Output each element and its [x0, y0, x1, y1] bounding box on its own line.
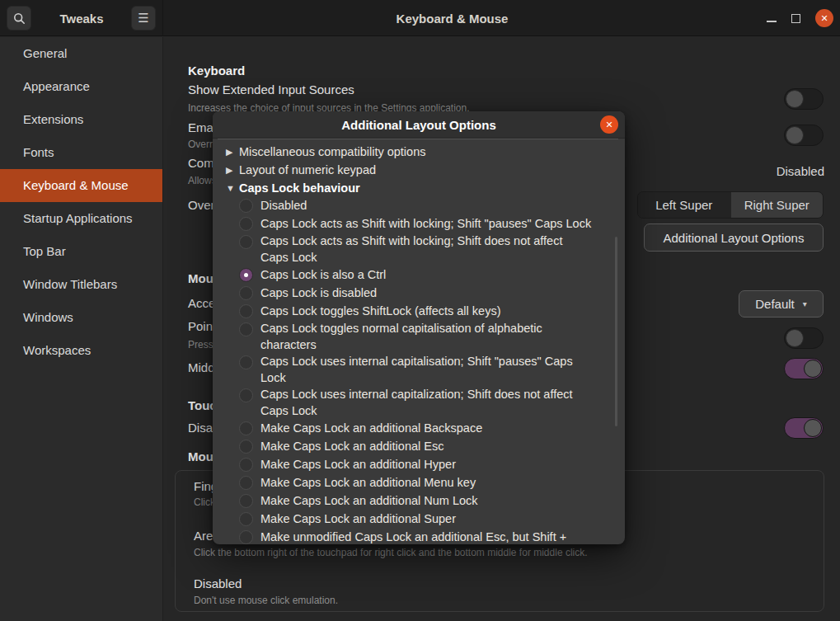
option-label: Make Caps Lock an additional Esc [253, 438, 443, 454]
maximize-button[interactable] [791, 14, 800, 23]
tree-group-miscellaneous-compatibility-options[interactable]: ▶Miscellaneous compatibility options [213, 143, 625, 161]
tree-group-caps-lock-behaviour[interactable]: ▼Caps Lock behaviour [213, 179, 625, 197]
hamburger-menu-icon: ☰ [138, 11, 148, 26]
radio-icon[interactable] [239, 458, 253, 472]
show-extended-label: Show Extended Input Sources [188, 82, 354, 96]
sidebar: GeneralAppearanceExtensionsFontsKeyboard… [0, 37, 163, 621]
sidebar-item-appearance[interactable]: Appearance [0, 70, 162, 103]
radio-option-make-unmodified-caps-lock-an-additional-[interactable]: Make unmodified Caps Lock an additional … [213, 529, 625, 544]
radio-option-make-caps-lock-an-additional-esc[interactable]: Make Caps Lock an additional Esc [213, 438, 625, 456]
acceleration-profile-dropdown[interactable]: Default ▾ [739, 290, 824, 318]
titlebar: Tweaks ☰ Keyboard & Mouse ✕ [0, 0, 840, 36]
keyboard-heading: Keyboard [188, 64, 245, 78]
dialog-option-list: ▶Miscellaneous compatibility options▶Lay… [213, 139, 625, 544]
option-label: Caps Lock acts as Shift with locking; Sh… [253, 215, 591, 232]
radio-option-make-caps-lock-an-additional-backspace[interactable]: Make Caps Lock an additional Backspace [213, 420, 625, 438]
sidebar-item-workspaces[interactable]: Workspaces [0, 334, 162, 367]
radio-option-caps-lock-toggles-normal-capitalisation-[interactable]: Caps Lock toggles normal capitalisation … [213, 321, 625, 354]
triangle-right-icon[interactable]: ▶ [226, 147, 234, 158]
radio-icon[interactable] [239, 217, 253, 231]
radio-icon[interactable] [239, 304, 253, 318]
minimize-button[interactable] [767, 21, 777, 22]
radio-icon[interactable] [239, 388, 253, 402]
radio-icon[interactable] [239, 476, 253, 490]
option-label: Caps Lock is disabled [253, 285, 377, 301]
option-label: Caps Lock uses internal capitalisation; … [253, 354, 573, 386]
radio-icon[interactable] [239, 440, 253, 454]
radio-option-caps-lock-acts-as-shift-with-locking-shi[interactable]: Caps Lock acts as Shift with locking; Sh… [213, 215, 625, 233]
radio-option-make-caps-lock-an-additional-num-lock[interactable]: Make Caps Lock an additional Num Lock [213, 492, 625, 510]
radio-icon[interactable] [239, 355, 253, 369]
radio-option-make-caps-lock-an-additional-hyper[interactable]: Make Caps Lock an additional Hyper [213, 456, 625, 474]
radio-option-caps-lock-uses-internal-capitalisation-s[interactable]: Caps Lock uses internal capitalisation; … [213, 354, 625, 387]
mce-disabled-subtitle: Don't use mouse click emulation. [194, 595, 338, 606]
dialog-scrollbar[interactable] [615, 237, 617, 426]
tree-group-label: Layout of numeric keypad [239, 163, 376, 176]
option-label: Make Caps Lock an additional Super [253, 510, 456, 527]
radio-option-make-caps-lock-an-additional-super[interactable]: Make Caps Lock an additional Super [213, 510, 625, 529]
sidebar-item-windows[interactable]: Windows [0, 301, 162, 334]
pointer-location-toggle[interactable] [784, 327, 824, 349]
right-super-button[interactable]: Right Super [730, 192, 824, 218]
tree-group-label: Miscellaneous compatibility options [239, 145, 425, 158]
tree-group-label: Caps Lock behaviour [239, 181, 360, 195]
option-label: Make Caps Lock an additional Num Lock [253, 492, 478, 509]
middle-click-paste-toggle[interactable] [784, 358, 824, 379]
radio-option-caps-lock-toggles-shiftlock-affects-all-[interactable]: Caps Lock toggles ShiftLock (affects all… [213, 303, 625, 321]
radio-option-caps-lock-is-disabled[interactable]: Caps Lock is disabled [213, 285, 625, 303]
radio-icon[interactable] [239, 512, 253, 526]
sidebar-item-general[interactable]: General [0, 37, 162, 70]
dialog-close-button[interactable]: ✕ [600, 115, 618, 134]
option-label: Make Caps Lock an additional Menu key [253, 474, 476, 491]
sidebar-item-extensions[interactable]: Extensions [0, 103, 162, 136]
option-label: Disabled [253, 197, 307, 214]
additional-layout-options-button[interactable]: Additional Layout Options [644, 223, 824, 252]
option-label: Caps Lock uses internal capitalization; … [253, 387, 573, 419]
sidebar-item-startup-applications[interactable]: Startup Applications [0, 202, 162, 235]
radio-option-make-caps-lock-an-additional-menu-key[interactable]: Make Caps Lock an additional Menu key [213, 474, 625, 492]
list-top-edge [218, 139, 618, 139]
emacs-input-toggle[interactable] [784, 125, 824, 146]
tree-group-layout-of-numeric-keypad[interactable]: ▶Layout of numeric keypad [213, 161, 625, 179]
close-icon: ✕ [820, 13, 828, 24]
acceleration-profile-value: Default [755, 297, 795, 311]
left-super-button[interactable]: Left Super [638, 192, 730, 218]
compose-key-value: Disabled [701, 164, 824, 178]
radio-option-caps-lock-acts-as-shift-with-locking-shi[interactable]: Caps Lock acts as Shift with locking; Sh… [213, 233, 625, 266]
sidebar-item-fonts[interactable]: Fonts [0, 136, 162, 169]
radio-icon[interactable] [239, 421, 253, 435]
option-label: Caps Lock toggles normal capitalisation … [253, 321, 542, 353]
radio-icon[interactable] [239, 322, 253, 336]
tweaks-window: Tweaks ☰ Keyboard & Mouse ✕ GeneralAppea… [0, 0, 840, 621]
sidebar-item-keyboard-mouse[interactable]: Keyboard & Mouse [0, 169, 162, 202]
toggle-knob [804, 360, 822, 378]
option-label: Make Caps Lock an additional Backspace [253, 420, 482, 436]
toggle-knob [786, 329, 804, 347]
toggle-knob [786, 90, 804, 108]
radio-option-caps-lock-is-also-a-ctrl[interactable]: Caps Lock is also a Ctrl [213, 266, 625, 285]
menu-button[interactable]: ☰ [131, 6, 156, 31]
area-subtitle: Click the bottom right of the touchpad f… [194, 547, 588, 558]
sidebar-item-top-bar[interactable]: Top Bar [0, 235, 162, 268]
option-label: Caps Lock toggles ShiftLock (affects all… [253, 303, 500, 319]
titlebar-left: Tweaks ☰ [0, 0, 163, 36]
radio-icon[interactable] [239, 286, 253, 300]
dialog-title: Additional Layout Options [341, 118, 496, 132]
radio-icon[interactable] [239, 199, 253, 213]
radio-option-disabled[interactable]: Disabled [213, 197, 625, 215]
triangle-down-icon[interactable]: ▼ [226, 183, 234, 193]
overview-shortcut-segmented: Left SuperRight Super [637, 191, 824, 219]
show-extended-toggle[interactable] [784, 88, 824, 110]
triangle-right-icon[interactable]: ▶ [226, 165, 234, 176]
radio-option-caps-lock-uses-internal-capitalization-s[interactable]: Caps Lock uses internal capitalization; … [213, 387, 625, 420]
window-title: Keyboard & Mouse [163, 0, 741, 36]
option-label: Caps Lock is also a Ctrl [253, 266, 386, 283]
radio-icon[interactable] [239, 494, 253, 508]
radio-icon[interactable] [239, 530, 253, 544]
radio-selected-icon[interactable] [239, 268, 253, 282]
disable-while-typing-toggle[interactable] [784, 417, 824, 439]
sidebar-item-window-titlebars[interactable]: Window Titlebars [0, 268, 162, 301]
radio-icon[interactable] [239, 235, 253, 249]
close-button[interactable]: ✕ [815, 9, 833, 27]
close-icon: ✕ [605, 120, 612, 130]
